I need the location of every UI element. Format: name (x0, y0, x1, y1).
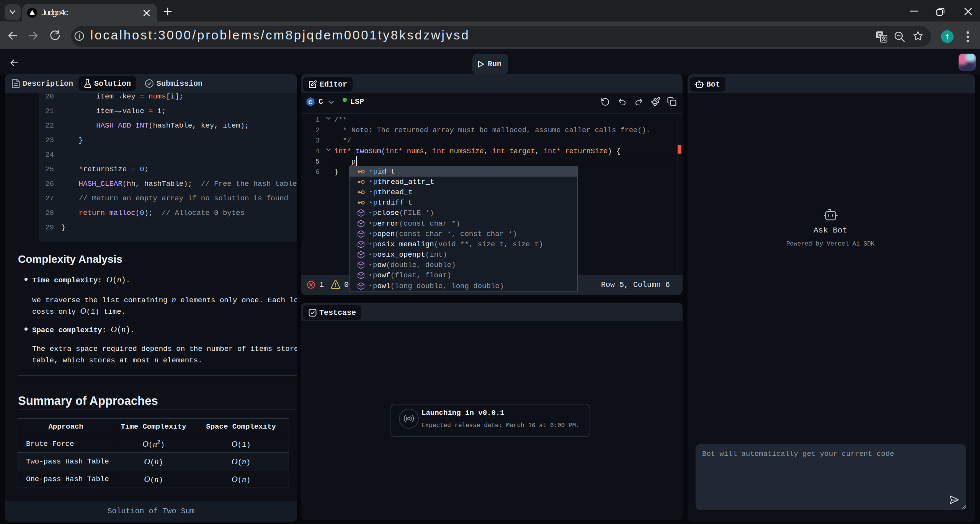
svg-text:C: C (309, 99, 313, 105)
